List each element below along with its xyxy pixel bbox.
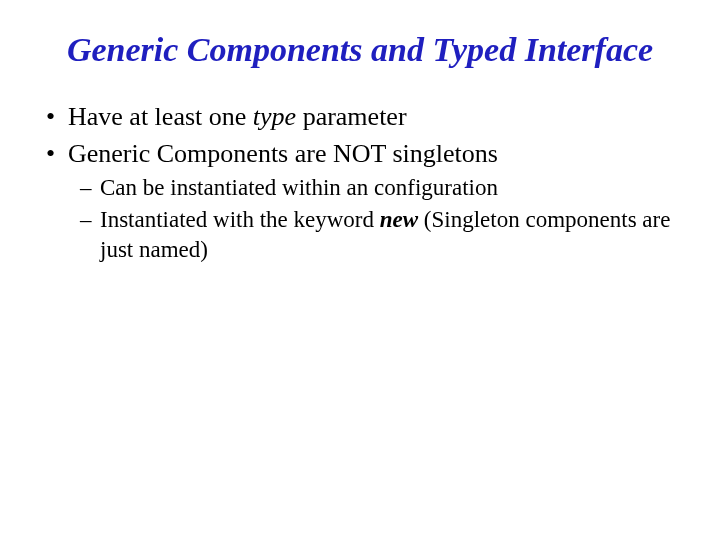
- bullet-level1: Have at least one type parameter: [40, 99, 680, 134]
- emphasis-new: new: [380, 207, 418, 232]
- bullet-level1: Generic Components are NOT singletons: [40, 136, 680, 171]
- text-run: Generic Components are NOT singletons: [68, 139, 498, 168]
- bullet-level2: Can be instantiated within an configurat…: [40, 173, 680, 203]
- bullet-level2: Instantiated with the keyword new (Singl…: [40, 205, 680, 265]
- emphasis-type: type: [253, 102, 296, 131]
- text-run: Have at least one: [68, 102, 253, 131]
- text-run: Instantiated with the keyword: [100, 207, 380, 232]
- text-run: Can be instantiated within an configurat…: [100, 175, 498, 200]
- text-run: parameter: [296, 102, 406, 131]
- slide-title: Generic Components and Typed Interface: [40, 30, 680, 71]
- bullet-list: Have at least one type parameter Generic…: [40, 99, 680, 265]
